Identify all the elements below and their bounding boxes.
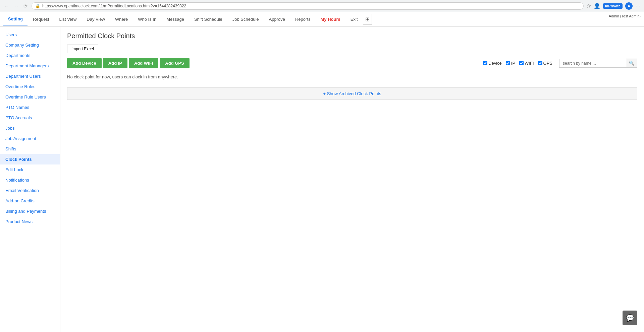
sidebar-item-department-managers[interactable]: Department Managers (0, 61, 60, 71)
sidebar-item-billing-and-payments[interactable]: Billing and Payments (0, 206, 60, 216)
add-ip-button[interactable]: Add IP (103, 58, 127, 68)
sidebar-item-edit-lock[interactable]: Edit Lock (0, 164, 60, 175)
sidebar-item-users[interactable]: Users (0, 29, 60, 40)
forward-button[interactable]: → (13, 3, 19, 9)
sidebar-item-notifications[interactable]: Notifications (0, 175, 60, 185)
filter-wifi-checkbox[interactable] (519, 61, 524, 65)
filter-ip[interactable]: IP (506, 61, 515, 66)
nav-tab-job-schedule[interactable]: Job Schedule (228, 13, 264, 25)
nav-tab-reports[interactable]: Reports (290, 13, 315, 25)
search-row: 🔍 (559, 59, 637, 68)
sidebar-item-job-assignment[interactable]: Job Assignment (0, 133, 60, 144)
sidebar-item-email-verification[interactable]: Email Verification (0, 185, 60, 196)
grid-icon-button[interactable]: ⊞ (363, 14, 372, 25)
url-text: https://www.opentimeclock.com/t1/mPermit… (42, 4, 186, 8)
page-title: Permitted Clock Points (67, 32, 637, 40)
filter-gps-label: GPS (543, 61, 552, 66)
filter-gps-checkbox[interactable] (538, 61, 542, 65)
sidebar-item-clock-points[interactable]: Clock Points (0, 154, 60, 164)
browser-menu-icon[interactable]: ⋯ (635, 3, 641, 9)
action-buttons-row: Add Device Add IP Add WIFI Add GPS Devic… (67, 58, 637, 68)
no-data-message: No clock point for now, users can clock … (67, 72, 637, 82)
search-input[interactable] (559, 59, 626, 68)
top-nav: Setting Request List View Day View Where… (0, 12, 644, 27)
back-button[interactable]: ← (3, 3, 10, 9)
browser-chrome: ← → ⟳ 🔒 https://www.opentimeclock.com/t1… (0, 0, 644, 12)
filter-gps[interactable]: GPS (538, 61, 552, 66)
add-gps-button[interactable]: Add GPS (160, 58, 189, 68)
sidebar-item-jobs[interactable]: Jobs (0, 123, 60, 133)
nav-tab-list-view[interactable]: List View (54, 13, 81, 25)
user-avatar[interactable]: A (625, 2, 633, 10)
sidebar-item-pto-names[interactable]: PTO Names (0, 102, 60, 113)
sidebar-item-departments[interactable]: Departments (0, 50, 60, 61)
address-bar[interactable]: 🔒 https://www.opentimeclock.com/t1/mPerm… (32, 2, 584, 10)
star-icon[interactable]: ☆ (586, 3, 591, 9)
admin-label: Admin (Test Admin) (609, 14, 641, 18)
filter-ip-label: IP (511, 61, 515, 66)
sidebar-item-company-setting[interactable]: Company Setting (0, 40, 60, 50)
nav-tab-shift-schedule[interactable]: Shift Schedule (190, 13, 227, 25)
app-layout: Users Company Setting Departments Depart… (0, 27, 644, 332)
sidebar-item-pto-accruals[interactable]: PTO Accruals (0, 113, 60, 123)
sidebar-item-add-on-credits[interactable]: Add-on Credits (0, 196, 60, 206)
sidebar-item-shifts[interactable]: Shifts (0, 144, 60, 154)
search-button[interactable]: 🔍 (626, 59, 637, 68)
filter-ip-checkbox[interactable] (506, 61, 510, 65)
browser-actions: ☆ 👤 InPrivate A ⋯ (586, 2, 641, 10)
sidebar-item-department-users[interactable]: Department Users (0, 71, 60, 81)
sidebar-item-overtime-rule-users[interactable]: Overtime Rule Users (0, 92, 60, 102)
add-wifi-button[interactable]: Add WIFI (129, 58, 158, 68)
nav-tab-where[interactable]: Where (110, 13, 132, 25)
chat-widget[interactable]: 💬 (623, 311, 637, 325)
add-device-button[interactable]: Add Device (67, 58, 102, 68)
filter-wifi[interactable]: WIFI (519, 61, 534, 66)
sidebar-item-overtime-rules[interactable]: Overtime Rules (0, 81, 60, 92)
nav-tab-exit[interactable]: Exit (346, 13, 363, 25)
import-excel-button[interactable]: Import Excel (67, 45, 98, 53)
show-archived-label: + Show Archived Clock Points (323, 91, 381, 96)
profile-icon[interactable]: 👤 (594, 3, 600, 9)
inprivate-badge: InPrivate (603, 3, 623, 9)
nav-tab-who-is-in[interactable]: Who Is In (133, 13, 161, 25)
nav-tab-approve[interactable]: Approve (264, 13, 290, 25)
nav-tab-setting[interactable]: Setting (3, 13, 28, 25)
sidebar: Users Company Setting Departments Depart… (0, 27, 60, 332)
nav-tab-message[interactable]: Message (162, 13, 189, 25)
filter-checkboxes: Device IP WIFI GPS (483, 61, 552, 66)
main-content: Permitted Clock Points Import Excel Add … (60, 27, 644, 332)
lock-icon: 🔒 (35, 4, 40, 8)
nav-tab-day-view[interactable]: Day View (82, 13, 110, 25)
nav-tab-request[interactable]: Request (28, 13, 54, 25)
sidebar-item-product-news[interactable]: Product News (0, 216, 60, 227)
reload-button[interactable]: ⟳ (22, 3, 29, 9)
filter-device-checkbox[interactable] (483, 61, 487, 65)
filter-wifi-label: WIFI (525, 61, 534, 66)
nav-tab-my-hours[interactable]: My Hours (316, 13, 345, 25)
chat-icon: 💬 (626, 314, 634, 322)
filter-device[interactable]: Device (483, 61, 502, 66)
filter-device-label: Device (488, 61, 502, 66)
show-archived-bar[interactable]: + Show Archived Clock Points (67, 87, 637, 100)
